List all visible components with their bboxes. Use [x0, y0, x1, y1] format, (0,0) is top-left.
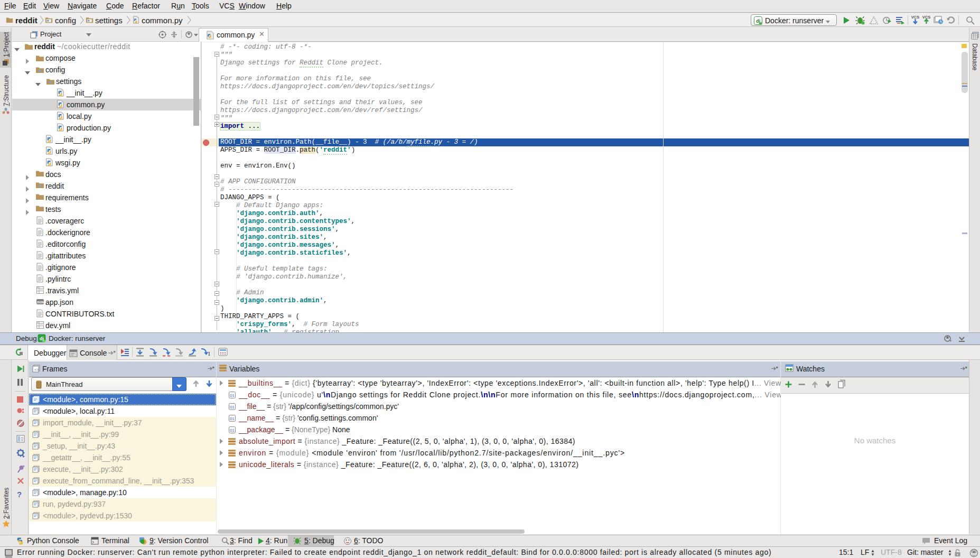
svg-text:dj: dj	[756, 18, 760, 24]
svg-text:VCS: VCS	[911, 15, 919, 20]
svg-text:dj: dj	[40, 336, 44, 341]
svg-text:<>: <>	[34, 368, 39, 372]
svg-text:I: I	[208, 350, 210, 357]
